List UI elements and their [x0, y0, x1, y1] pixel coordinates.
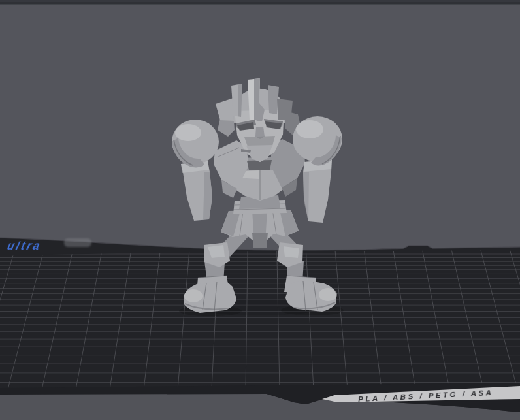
slicer-3d-viewport[interactable]: PLA / ABS / PETG / ASA ultra [0, 0, 520, 420]
plate-logo: ultra [6, 239, 43, 252]
build-plate: PLA / ABS / PETG / ASA ultra [0, 238, 520, 412]
model-mouth [244, 136, 275, 146]
scene-canvas[interactable]: PLA / ABS / PETG / ASA ultra [0, 0, 520, 420]
plate-logo-mark [64, 238, 91, 247]
top-bar [0, 0, 520, 5]
